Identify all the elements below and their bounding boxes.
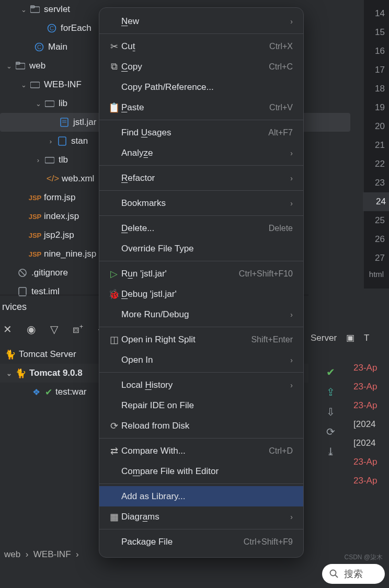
log-line: 23-Ap xyxy=(353,453,389,471)
server-log[interactable]: 23-Ap 23-Ap 23-Ap [2024 [2024 23-Ap 23-A… xyxy=(353,359,389,490)
menu-compare-with[interactable]: ⇄Compare With...Ctrl+D xyxy=(99,441,303,461)
tree-label: lib xyxy=(59,98,67,109)
down-icon[interactable]: ⇩ xyxy=(324,406,337,418)
split-icon: ◫ xyxy=(107,334,121,345)
breadcrumb-item[interactable]: WEB-INF xyxy=(33,549,71,559)
menu-reload-disk[interactable]: ⟳Reload from Disk xyxy=(99,416,303,436)
up-icon[interactable]: ⇪ xyxy=(324,386,337,398)
check-icon: ✔ xyxy=(324,366,337,378)
line-number: 19 xyxy=(364,98,389,117)
menu-package-file[interactable]: Package FileCtrl+Shift+F9 xyxy=(99,532,303,552)
line-number: 22 xyxy=(364,155,389,174)
menu-debug[interactable]: 🐞Debug 'jstl.jar' xyxy=(99,284,303,304)
tree-label: .gitignore xyxy=(31,268,68,278)
archive-icon xyxy=(59,118,70,127)
log-toolbar: ✔ ⇪ ⇩ ⟳ ⤓ xyxy=(324,366,337,458)
tomcat-icon: 🐈 xyxy=(15,368,26,379)
menu-open-split[interactable]: ◫Open in Right SplitShift+Enter xyxy=(99,329,303,350)
svg-text:C: C xyxy=(50,25,54,31)
chevron-down-icon: ⌄ xyxy=(33,100,43,108)
svg-text:C: C xyxy=(37,44,41,50)
tree-label: servlet xyxy=(44,4,70,15)
jsp-icon: JSP xyxy=(29,250,41,258)
chevron-down-icon: ⌄ xyxy=(19,81,28,89)
run-icon: ▷ xyxy=(107,268,121,280)
context-menu[interactable]: NNewew› ✂CutCtrl+X ⧉CopyCtrl+C Copy Path… xyxy=(99,7,304,558)
line-number-current: 24 xyxy=(363,192,389,211)
filter-icon[interactable]: ▽ xyxy=(50,323,58,337)
svg-rect-13 xyxy=(59,137,66,145)
search-placeholder: 搜索 xyxy=(344,568,363,580)
tree-label: form.jsp xyxy=(44,192,75,203)
menu-refactor[interactable]: Refactor› xyxy=(99,168,303,188)
menu-bookmarks[interactable]: Bookmarks› xyxy=(99,193,303,213)
check-icon: ✔ xyxy=(45,387,52,398)
add-icon[interactable]: ⧈+ xyxy=(73,323,83,337)
log-line: 23-Ap xyxy=(353,471,389,490)
menu-diagrams[interactable]: ▦Diagrams› xyxy=(99,506,303,527)
menu-add-as-library[interactable]: Add as Library... xyxy=(99,486,303,506)
log-line: 23-Ap xyxy=(353,396,389,415)
menu-separator xyxy=(99,33,303,34)
menu-copy-path[interactable]: Copy Path/Reference... xyxy=(99,77,303,97)
tomcat-icon: 🐈 xyxy=(4,349,16,360)
menu-analyze[interactable]: Analyze› xyxy=(99,143,303,163)
tree-label: web.xml xyxy=(62,174,94,184)
artifact-icon: ❖ xyxy=(30,387,42,398)
log-line: 23-Ap xyxy=(353,377,389,396)
menu-separator xyxy=(99,529,303,529)
menu-find-usages[interactable]: Find UsagesAlt+F7 xyxy=(99,122,303,143)
menu-repair-ide[interactable]: Repair IDE on File xyxy=(99,395,303,416)
tab-t[interactable]: T xyxy=(364,333,369,343)
line-number: 15 xyxy=(364,23,389,42)
xml-icon: </> xyxy=(47,174,59,184)
menu-open-in[interactable]: Open In› xyxy=(99,350,303,370)
breadcrumb-item[interactable]: web xyxy=(4,549,20,559)
log-line: [2024 xyxy=(353,415,389,434)
paste-icon: 📋 xyxy=(107,102,121,113)
class-icon: C xyxy=(46,24,58,33)
search-icon xyxy=(329,569,339,579)
menu-separator xyxy=(99,165,303,166)
tab-server[interactable]: Server xyxy=(311,333,337,343)
search-input[interactable]: 搜索 xyxy=(322,564,385,584)
line-number: 23 xyxy=(364,174,389,192)
tree-label: index.jsp xyxy=(44,211,79,222)
menu-compare-editor[interactable]: Compare File with Editor xyxy=(99,461,303,481)
refresh-icon[interactable]: ⟳ xyxy=(324,425,337,438)
menu-new[interactable]: NNewew› xyxy=(99,11,303,31)
line-number: 17 xyxy=(364,61,389,79)
menu-override-filetype[interactable]: Override File Type xyxy=(99,238,303,259)
menu-run[interactable]: ▷Run 'jstl.jar'Ctrl+Shift+F10 xyxy=(99,263,303,284)
menu-more-run[interactable]: More Run/Debug› xyxy=(99,304,303,325)
jsp-icon: JSP xyxy=(29,213,41,221)
gutter-tag: html xyxy=(369,270,384,279)
menu-paste[interactable]: 📋PasteCtrl+V xyxy=(99,97,303,118)
export-icon[interactable]: ⤓ xyxy=(324,445,337,458)
tree-label: tlb xyxy=(59,155,68,165)
tree-label: forEach xyxy=(61,23,91,33)
line-number: 20 xyxy=(364,117,389,136)
menu-delete[interactable]: Delete...Delete xyxy=(99,218,303,238)
log-line: [2024 xyxy=(353,434,389,453)
close-icon[interactable]: ✕ xyxy=(3,323,12,337)
menu-cut[interactable]: ✂CutCtrl+X xyxy=(99,36,303,56)
svg-line-19 xyxy=(335,575,338,578)
eye-icon[interactable]: ◉ xyxy=(27,323,36,337)
tree-label: test:war xyxy=(55,387,87,397)
menu-separator xyxy=(99,190,303,191)
folder-icon xyxy=(44,99,55,108)
menu-local-history[interactable]: Local History› xyxy=(99,375,303,395)
line-number: 14 xyxy=(364,4,389,23)
reload-icon: ⟳ xyxy=(107,420,121,432)
breadcrumb[interactable]: web › WEB-INF › xyxy=(0,543,83,566)
jsp-icon: JSP xyxy=(29,232,41,239)
menu-separator xyxy=(99,215,303,216)
menu-copy[interactable]: ⧉CopyCtrl+C xyxy=(99,56,303,77)
server-tabs[interactable]: Server ▣ T xyxy=(311,332,389,343)
chevron-right-icon: › xyxy=(33,156,43,164)
svg-point-18 xyxy=(330,570,336,576)
copy-icon: ⧉ xyxy=(107,61,121,72)
folder-icon xyxy=(15,62,26,70)
terminal-icon[interactable]: ▣ xyxy=(346,332,354,343)
